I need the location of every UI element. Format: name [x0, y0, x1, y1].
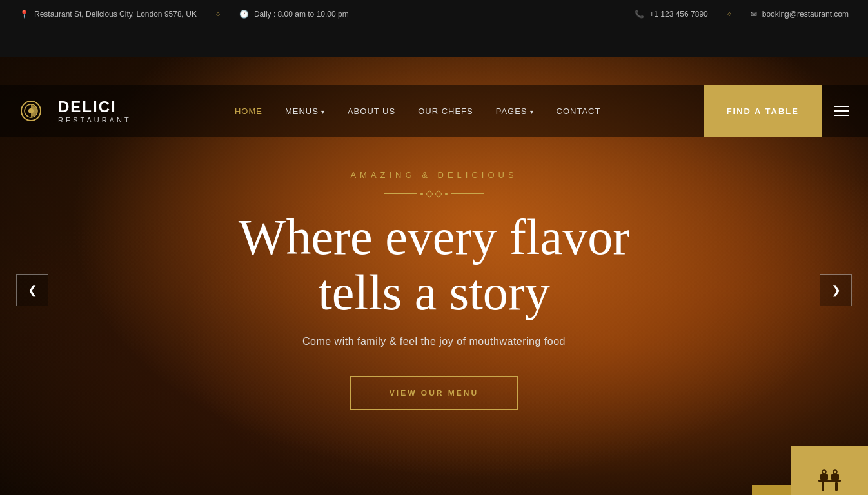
- view-menu-button[interactable]: VIEW OUR MENU: [350, 376, 518, 410]
- booking-widget[interactable]: [791, 446, 868, 495]
- svg-point-2: [28, 108, 34, 113]
- clock-icon: [239, 10, 249, 19]
- pages-chevron-icon: [530, 106, 534, 116]
- nav-contact[interactable]: CONTACT: [557, 106, 601, 116]
- divider-1: ◇: [216, 11, 220, 17]
- hero-tagline: AMAZING & DELICIOUS: [239, 170, 629, 180]
- find-table-button[interactable]: FIND A TABLE: [704, 85, 822, 137]
- slider-prev-button[interactable]: ❮: [16, 274, 48, 306]
- nav-chefs[interactable]: OUR CHEFS: [418, 106, 473, 116]
- email-icon: [751, 10, 757, 19]
- phone-icon: [635, 10, 644, 19]
- svg-rect-3: [818, 480, 841, 482]
- hero-title-line2: tells a story: [239, 265, 629, 320]
- nav-pages[interactable]: PAGES: [496, 106, 534, 116]
- hero-title-line1: Where every flavor: [239, 209, 629, 265]
- divider-diamond-2: [435, 190, 442, 197]
- hero-title: Where every flavor tells a story: [239, 209, 629, 320]
- logo-name: DELICI: [58, 98, 132, 116]
- table-reservation-icon: [815, 467, 844, 496]
- pin-icon: [19, 10, 29, 19]
- logo-text: DELICI RESTAURANT: [58, 98, 132, 124]
- divider-line-right: [451, 193, 484, 194]
- divider-diamond-1: [426, 190, 433, 197]
- top-bar-left: Restaurant St, Delicious City, London 95…: [19, 10, 349, 19]
- main-nav: HOME MENUS ABOUT US OUR CHEFS PAGES CONT…: [235, 106, 600, 116]
- nav-home[interactable]: HOME: [235, 106, 262, 116]
- hero-section: DELICI RESTAURANT HOME MENUS ABOUT US OU…: [0, 57, 868, 495]
- top-bar-right: +1 123 456 7890 ◇ booking@restaurant.com: [635, 10, 849, 19]
- email-text: booking@restaurant.com: [762, 10, 849, 19]
- logo[interactable]: DELICI RESTAURANT: [19, 95, 132, 127]
- header: DELICI RESTAURANT HOME MENUS ABOUT US OU…: [0, 85, 868, 137]
- logo-sub: RESTAURANT: [58, 116, 132, 124]
- hero-content: AMAZING & DELICIOUS Where every flavor t…: [239, 170, 629, 411]
- phone-item[interactable]: +1 123 456 7890: [635, 10, 707, 19]
- next-arrow-icon: ❯: [831, 283, 841, 297]
- hours-text: Daily : 8.00 am to 10.00 pm: [254, 10, 349, 19]
- address-item: Restaurant St, Delicious City, London 95…: [19, 10, 197, 19]
- svg-rect-4: [822, 482, 824, 491]
- hero-subtitle: Come with family & feel the joy of mouth…: [239, 336, 629, 347]
- hero-divider: [239, 191, 629, 197]
- hours-item: Daily : 8.00 am to 10.00 pm: [239, 10, 349, 19]
- divider-2: ◇: [727, 11, 731, 17]
- svg-rect-5: [835, 482, 838, 491]
- hamburger-menu[interactable]: [834, 106, 849, 116]
- divider-dot-1: [420, 193, 423, 195]
- menus-chevron-icon: [321, 106, 325, 116]
- email-item[interactable]: booking@restaurant.com: [751, 10, 849, 19]
- svg-point-9: [833, 470, 837, 474]
- nav-about[interactable]: ABOUT US: [348, 106, 395, 116]
- address-text: Restaurant St, Delicious City, London 95…: [34, 10, 197, 19]
- svg-rect-6: [820, 474, 828, 480]
- phone-text: +1 123 456 7890: [649, 10, 707, 19]
- top-bar: Restaurant St, Delicious City, London 95…: [0, 0, 868, 28]
- nav-menus[interactable]: MENUS: [285, 106, 325, 116]
- prev-arrow-icon: ❮: [28, 283, 37, 297]
- divider-dot-2: [445, 193, 448, 195]
- divider-line-left: [384, 193, 417, 194]
- booking-expand-button[interactable]: [752, 485, 791, 495]
- hero-background: DELICI RESTAURANT HOME MENUS ABOUT US OU…: [0, 57, 868, 495]
- svg-rect-7: [831, 474, 839, 480]
- slider-next-button[interactable]: ❯: [820, 274, 852, 306]
- svg-point-8: [822, 470, 826, 474]
